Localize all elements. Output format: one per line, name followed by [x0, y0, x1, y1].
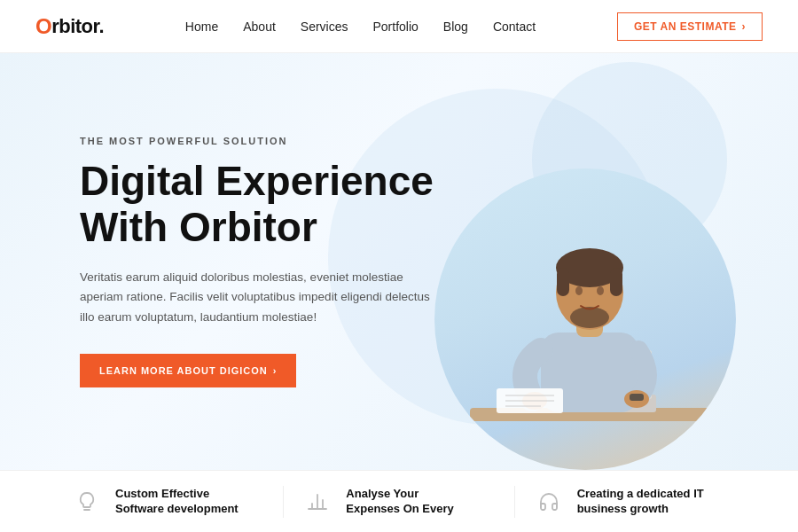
logo-o: O [35, 14, 51, 39]
hero-cta-label: LEARN MORE ABOUT DIGICON [99, 365, 268, 376]
svg-point-10 [570, 307, 609, 328]
logo[interactable]: O rbitor. [35, 14, 104, 39]
nav-item-portfolio[interactable]: Portfolio [373, 19, 419, 35]
card-item-0: Custom EffectiveSoftware development [53, 486, 284, 518]
card-icon-chart [301, 486, 333, 518]
svg-rect-8 [557, 268, 569, 296]
estimate-label: GET AN ESTIMATE [634, 20, 737, 33]
hero-title-line1: Digital Experience [80, 158, 434, 204]
nav-links: HomeAboutServicesPortfolioBlogContact [185, 19, 536, 35]
nav-link-portfolio[interactable]: Portfolio [373, 20, 419, 34]
bottom-cards: Custom EffectiveSoftware developmentAnal… [0, 470, 798, 532]
nav-link-blog[interactable]: Blog [443, 20, 468, 34]
hero-content: THE MOST POWERFUL SOLUTION Digital Exper… [0, 136, 443, 387]
navbar: O rbitor. HomeAboutServicesPortfolioBlog… [0, 0, 798, 53]
svg-rect-9 [610, 268, 622, 296]
card-icon-bulb [71, 486, 103, 518]
nav-item-blog[interactable]: Blog [443, 19, 468, 35]
hero-cta-button[interactable]: LEARN MORE ABOUT DIGICON › [80, 354, 296, 387]
card-icon-headphone [533, 486, 565, 518]
card-title-1: Analyse YourExpenses On Every [346, 487, 453, 517]
nav-link-services[interactable]: Services [301, 20, 348, 34]
nav-link-contact[interactable]: Contact [493, 20, 536, 34]
hero-image-wrap [426, 115, 745, 470]
hero-title: Digital Experience With Orbitor [80, 159, 443, 250]
hero-eyebrow: THE MOST POWERFUL SOLUTION [80, 136, 443, 146]
logo-text: rbitor. [51, 15, 104, 38]
hero-title-line2: With Orbitor [80, 204, 317, 250]
card-item-1: Analyse YourExpenses On Every [284, 486, 514, 518]
hero-cta-arrow-icon: › [273, 365, 278, 376]
nav-item-services[interactable]: Services [301, 19, 348, 35]
card-item-2: Creating a dedicated ITbusiness growth [515, 486, 745, 518]
svg-rect-15 [630, 394, 644, 401]
card-title-2: Creating a dedicated ITbusiness growth [577, 487, 704, 517]
hero-person-circle [434, 168, 736, 470]
nav-link-home[interactable]: Home [185, 20, 218, 34]
hero-section: THE MOST POWERFUL SOLUTION Digital Exper… [0, 53, 798, 470]
nav-item-about[interactable]: About [243, 19, 276, 35]
svg-point-11 [575, 286, 583, 295]
nav-link-about[interactable]: About [243, 20, 276, 34]
estimate-arrow-icon: › [741, 20, 746, 33]
hero-description: Veritatis earum aliquid doloribus molest… [80, 268, 443, 327]
nav-item-contact[interactable]: Contact [493, 19, 536, 35]
nav-item-home[interactable]: Home [185, 19, 218, 35]
svg-point-12 [597, 286, 604, 295]
card-title-0: Custom EffectiveSoftware development [115, 487, 239, 517]
hero-person-illustration [452, 195, 718, 470]
get-estimate-button[interactable]: GET AN ESTIMATE › [617, 12, 763, 41]
